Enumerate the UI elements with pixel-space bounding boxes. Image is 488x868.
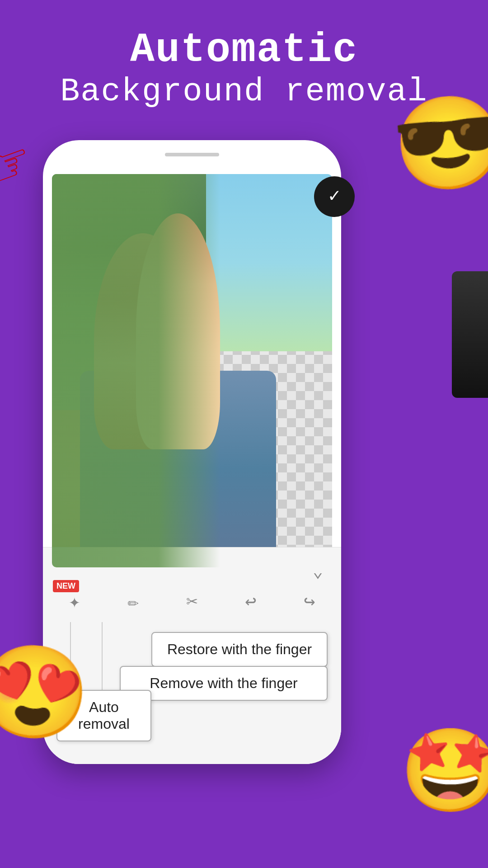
emoji-heart-decoration: 😍: [0, 635, 95, 755]
eraser-icon: ✂: [186, 590, 197, 613]
new-badge: NEW: [53, 580, 79, 592]
photo-overlay: [52, 174, 332, 567]
tools-row: NEW ✦ ✏ ✂ ↩ ↪: [43, 584, 341, 620]
redo-icon: ↪: [304, 590, 315, 613]
brush-icon: ✏: [127, 590, 139, 613]
checkmark-icon: ✓: [328, 187, 340, 206]
confirm-button[interactable]: ✓: [314, 176, 355, 217]
wand-icon: ✦: [69, 590, 80, 613]
brush-button[interactable]: ✏: [115, 584, 151, 620]
phone-notch: [165, 153, 219, 156]
auto-wand-button[interactable]: NEW ✦: [56, 584, 93, 620]
eraser-button[interactable]: ✂: [174, 584, 210, 620]
emoji-sunglasses-decoration: 😎: [389, 86, 488, 206]
emoji-star-decoration: 🤩: [400, 723, 488, 823]
image-area[interactable]: [52, 174, 332, 567]
redo-button[interactable]: ↪: [291, 584, 328, 620]
undo-button[interactable]: ↩: [233, 584, 269, 620]
restore-tooltip: Restore with the finger: [151, 632, 328, 667]
undo-icon: ↩: [245, 590, 256, 613]
dark-rectangle-decoration: [452, 271, 488, 398]
app-title: Automatic: [0, 27, 488, 73]
